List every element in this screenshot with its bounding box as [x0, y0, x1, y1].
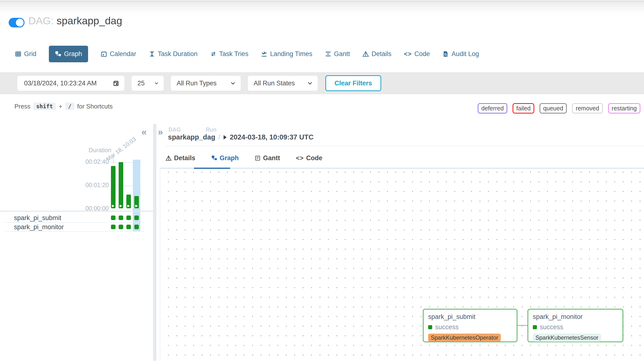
toggle-knob: [16, 19, 24, 26]
tab-label: Gantt: [263, 154, 280, 162]
clear-filters-button[interactable]: Clear Filters: [325, 75, 381, 91]
tab-label: Task Duration: [158, 50, 198, 58]
chevron-down-icon: [307, 80, 313, 86]
breadcrumb-dag-value[interactable]: sparkapp_dag: [168, 133, 216, 141]
task-row-spark-pi-submit[interactable]: spark_pi_submit: [14, 214, 61, 222]
tab-label: Landing Times: [270, 50, 312, 58]
node-title: spark_pi_submit: [428, 313, 512, 321]
play-icon: ▶: [135, 203, 138, 208]
slash-key: /: [65, 102, 74, 110]
graph-icon: [211, 155, 217, 161]
tab-label: Details: [174, 154, 196, 162]
tab-label: Details: [372, 50, 392, 58]
task-instance-spark_pi_monitor-run-1[interactable]: [111, 225, 116, 229]
task-instance-spark_pi_submit-run-1[interactable]: [111, 216, 116, 220]
play-icon: ▶: [120, 203, 122, 208]
tab-grid[interactable]: Grid: [15, 50, 36, 58]
y-tick-label: 00:02:40: [78, 158, 109, 165]
task-row-spark-pi-monitor[interactable]: spark_pi_monitor: [14, 223, 64, 231]
state-badge-deferred[interactable]: deferred: [478, 103, 507, 113]
tab-label: Task Tries: [219, 50, 248, 58]
state-badge-restarting[interactable]: restarting: [608, 103, 640, 113]
state-badge-removed[interactable]: removed: [572, 103, 602, 113]
plus-text: +: [59, 103, 62, 110]
page-size-value: 25: [138, 80, 145, 87]
task-instance-spark_pi_submit-run-2[interactable]: [119, 216, 123, 220]
tab-run-code[interactable]: <> Code: [296, 154, 322, 162]
y-tick-label: 00:01:20: [78, 182, 109, 189]
duration-bar-run-3[interactable]: ▶: [126, 195, 131, 208]
success-state-icon: [533, 325, 537, 329]
graph-node-spark-pi-monitor[interactable]: spark_pi_monitor success SparkKubernetes…: [528, 309, 623, 342]
tab-run-graph[interactable]: Graph: [211, 154, 239, 162]
tab-graph[interactable]: Graph: [49, 46, 88, 62]
run-types-value: All Run Types: [177, 80, 216, 87]
play-icon: ▶: [112, 203, 114, 208]
task-instance-spark_pi_submit-run-4[interactable]: [134, 216, 139, 220]
operator-chip: SparkKubernetesSensor: [533, 334, 601, 342]
state-badge-failed[interactable]: failed: [512, 103, 534, 113]
node-title: spark_pi_monitor: [533, 313, 618, 321]
tab-label: Gantt: [334, 50, 350, 58]
panel-resizer[interactable]: [153, 124, 156, 361]
duration-bar-run-4[interactable]: ▶: [134, 196, 139, 208]
tab-gantt[interactable]: Gantt: [325, 50, 350, 58]
duration-bar-run-1[interactable]: ▶: [111, 166, 116, 208]
tab-code[interactable]: <> Code: [404, 50, 430, 58]
task-instance-spark_pi_monitor-run-4[interactable]: [134, 225, 139, 229]
gantt-icon: [325, 51, 332, 57]
dag-pause-toggle[interactable]: [9, 18, 24, 27]
node-state: success: [540, 324, 564, 331]
run-date-filter[interactable]: [17, 76, 124, 91]
breadcrumb-run-value[interactable]: 2024-03-18, 10:09:37 UTC: [230, 133, 314, 141]
run-detail-tabs: Details Graph Gantt <> Code: [166, 154, 322, 162]
edge-submit-to-monitor: [518, 325, 528, 326]
code-icon: <>: [404, 50, 412, 58]
tab-run-details[interactable]: Details: [166, 154, 196, 162]
tab-task-tries[interactable]: Task Tries: [210, 50, 248, 58]
page-size-select[interactable]: 25: [132, 76, 164, 91]
tab-label: Calendar: [110, 50, 136, 58]
task-instance-spark_pi_submit-run-3[interactable]: [126, 216, 131, 220]
dag-nav-tabs: Grid Graph Calendar Task Duration Task T…: [15, 44, 479, 64]
breadcrumb-dag-label: DAG: [168, 126, 181, 133]
graph-canvas[interactable]: spark_pi_submit success SparkKubernetesO…: [160, 169, 644, 361]
tab-details[interactable]: Details: [362, 50, 392, 58]
tab-label: Code: [414, 50, 430, 58]
breadcrumb-separator: /: [218, 133, 220, 141]
grid-icon: [15, 51, 22, 57]
run-states-select[interactable]: All Run States: [248, 76, 318, 91]
tab-calendar[interactable]: Calendar: [100, 50, 136, 58]
graph-node-spark-pi-submit[interactable]: spark_pi_submit success SparkKubernetesO…: [423, 309, 518, 342]
shortcuts-text: Press: [14, 103, 30, 110]
collapse-panel-button[interactable]: «: [142, 127, 146, 137]
row-separator: [5, 222, 144, 223]
tab-run-gantt[interactable]: Gantt: [254, 154, 280, 162]
tab-label: Graph: [220, 154, 239, 162]
run-date-input[interactable]: [24, 79, 106, 87]
chevron-down-icon: [154, 81, 159, 86]
state-legend: deferredfailedqueuedremovedrestartingrun…: [478, 103, 644, 113]
dag-title-name: sparkapp_dag: [56, 15, 122, 26]
tab-landing-times[interactable]: Landing Times: [261, 50, 312, 58]
shortcuts-hint: Press shift + / for Shortcuts: [14, 102, 113, 110]
tab-label: Grid: [24, 50, 36, 58]
tab-label: Audit Log: [452, 50, 479, 58]
chart-separator: [0, 211, 153, 212]
details-triangle-icon: [166, 155, 172, 161]
task-instance-spark_pi_monitor-run-3[interactable]: [126, 225, 131, 229]
node-state: success: [435, 324, 459, 331]
shortcuts-suffix: for Shortcuts: [77, 103, 113, 110]
tab-task-duration[interactable]: Task Duration: [149, 50, 198, 58]
tab-audit-log[interactable]: Audit Log: [442, 50, 479, 58]
audit-log-icon: [442, 51, 449, 57]
duration-bar-run-2[interactable]: ▶: [119, 162, 123, 208]
state-badge-queued[interactable]: queued: [540, 103, 567, 113]
code-icon: <>: [296, 154, 304, 162]
calendar-icon[interactable]: [113, 80, 119, 86]
axis-tick: [113, 155, 114, 162]
expand-panel-button[interactable]: »: [158, 127, 163, 137]
run-caret-icon: [224, 135, 227, 139]
run-types-select[interactable]: All Run Types: [171, 76, 241, 91]
task-instance-spark_pi_monitor-run-2[interactable]: [119, 225, 123, 229]
